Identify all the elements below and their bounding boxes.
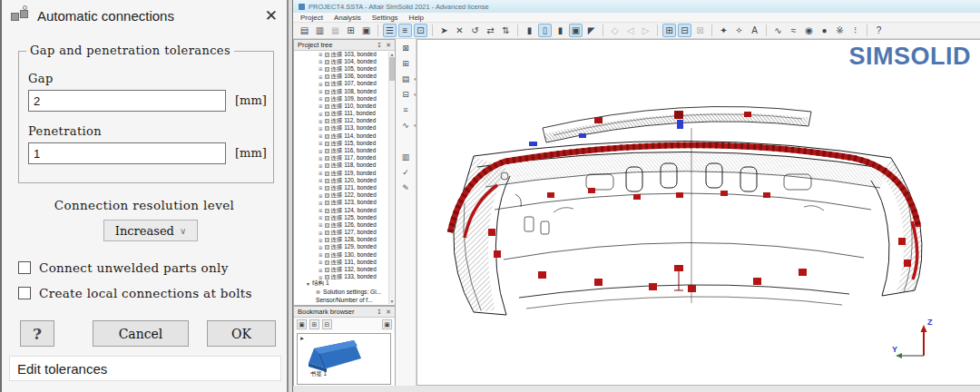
part-filter-icon[interactable]: ▮ xyxy=(523,24,536,37)
copy-icon[interactable]: ▦ xyxy=(328,24,342,37)
expander-icon[interactable]: ⊞ xyxy=(318,178,323,183)
help-icon[interactable]: ? xyxy=(872,24,886,37)
expander-icon[interactable]: ⊞ xyxy=(318,141,323,146)
back-icon[interactable]: ◁ xyxy=(623,24,637,37)
local-connections-checkbox[interactable] xyxy=(18,287,31,299)
expander-icon[interactable]: ⊞ xyxy=(318,163,323,169)
expander-icon[interactable]: ⊞ xyxy=(318,74,323,80)
undo-icon[interactable]: ◇ xyxy=(608,24,622,37)
table-icon[interactable]: ⊟ xyxy=(678,24,691,37)
clip-plane-icon[interactable]: ≡ xyxy=(399,103,413,115)
solution-settings-node[interactable]: ⊛ Solution settings: Gl... xyxy=(294,288,388,296)
zoom-window-icon[interactable]: ⊞ xyxy=(399,57,413,69)
cancel-button[interactable]: Cancel xyxy=(93,320,189,347)
pin-icon[interactable]: ↧ xyxy=(377,42,382,49)
model-viewport[interactable]: SIMSOLID xyxy=(416,39,980,386)
expander-icon[interactable]: ⊞ xyxy=(318,215,323,220)
expander-icon[interactable]: ⊞ xyxy=(318,185,323,191)
copy-bookmark-icon[interactable]: ▣ xyxy=(297,319,307,329)
expander-icon[interactable]: ⊞ xyxy=(318,245,323,250)
measure-icon[interactable]: ⇅ xyxy=(499,24,513,37)
expander-icon[interactable]: ⊞ xyxy=(318,119,323,124)
expander-icon[interactable]: ⊞ xyxy=(318,59,323,64)
close-grid-icon[interactable]: ⊠ xyxy=(693,24,707,37)
expander-icon[interactable]: ⊞ xyxy=(318,89,323,94)
scrollbar-thumb[interactable] xyxy=(389,57,395,81)
annotation-icon[interactable]: A xyxy=(748,24,761,37)
menu-settings[interactable]: Settings xyxy=(372,14,398,22)
virtual-connector-icon[interactable]: ※ xyxy=(833,24,847,37)
local-connections-checkbox-row[interactable]: Create local connections at bolts xyxy=(18,286,252,300)
connect-icon[interactable]: ✦ xyxy=(717,24,730,37)
laser-weld-icon[interactable]: ≈ xyxy=(787,24,800,37)
expander-icon[interactable]: ⊞ xyxy=(318,52,323,57)
display-icon[interactable]: ⊡ xyxy=(414,24,427,37)
penetration-input[interactable] xyxy=(28,142,226,164)
bookmark-capture-icon[interactable]: ▥ xyxy=(399,151,413,162)
expander-icon[interactable]: ⊞ xyxy=(318,252,323,258)
add-bookmark-icon[interactable]: ⊞ xyxy=(309,319,319,329)
connect-unwelded-checkbox[interactable] xyxy=(18,261,31,274)
capture-view-icon[interactable]: ▣ xyxy=(382,319,392,329)
menu-analysis[interactable]: Analysis xyxy=(334,14,361,22)
remove-bookmark-icon[interactable]: ⊟ xyxy=(322,319,332,329)
scroll-down-icon[interactable]: ▼ xyxy=(389,299,395,304)
ok-button[interactable]: OK xyxy=(207,320,276,347)
close-icon[interactable]: ✕ xyxy=(386,42,391,49)
hollow-filter-icon[interactable]: ▯ xyxy=(538,24,552,37)
expander-icon[interactable]: ⊞ xyxy=(318,126,323,132)
render-mode-icon[interactable]: ⊟▾ xyxy=(399,88,413,100)
expander-icon[interactable]: ⊞ xyxy=(318,208,323,213)
print-icon[interactable]: ▤ xyxy=(298,24,311,37)
pick-icon[interactable]: ➤ xyxy=(437,24,451,37)
section-icon[interactable]: ◤ xyxy=(584,24,598,37)
standard-views-icon[interactable]: ▤▾ xyxy=(399,73,413,84)
menu-help[interactable]: Help xyxy=(409,14,424,22)
bolt-icon[interactable]: ◉ xyxy=(802,24,816,37)
expander-icon[interactable]: ⊞ xyxy=(318,156,323,162)
nut-icon[interactable]: ● xyxy=(818,24,831,37)
folder-icon[interactable]: ⊞ xyxy=(344,24,358,37)
expander-icon[interactable]: ⊞ xyxy=(318,103,323,109)
expander-icon[interactable]: ⊞ xyxy=(318,112,323,117)
expander-icon[interactable]: ⊞ xyxy=(318,96,323,102)
gap-input[interactable] xyxy=(28,90,226,112)
list-view-icon[interactable]: ☰ xyxy=(383,24,397,37)
bookmark-thumbnail[interactable]: ➤ 书签 1 xyxy=(297,333,391,385)
expander-icon[interactable]: ⊞ xyxy=(318,149,323,154)
expander-icon[interactable]: ⊞ xyxy=(318,82,323,87)
pan-icon[interactable]: ⇄ xyxy=(484,24,497,37)
spot-weld-icon[interactable]: ✧ xyxy=(732,24,746,37)
expander-icon[interactable]: ⊞ xyxy=(318,238,323,243)
expander-icon[interactable]: ⊞ xyxy=(318,133,323,139)
delete-icon[interactable]: ✕ xyxy=(453,24,466,37)
accept-icon[interactable]: ✓ xyxy=(399,166,413,178)
expander-icon[interactable]: ⊞ xyxy=(318,260,323,265)
analysis-node[interactable]: ▾ 结构 1 xyxy=(294,279,388,288)
tree-scrollbar[interactable]: ▲ ▼ xyxy=(388,52,394,304)
forward-icon[interactable]: ▷ xyxy=(639,24,652,37)
seam-weld-icon[interactable]: ∿ xyxy=(771,24,785,37)
expander-icon[interactable]: ⊞ xyxy=(318,222,323,228)
menu-project[interactable]: Project xyxy=(300,14,323,22)
sensor-node[interactable]: Sensor/Number of f... xyxy=(294,296,388,304)
more-icon[interactable]: ⁝ xyxy=(848,24,862,37)
rotate-icon[interactable]: ↺ xyxy=(468,24,482,37)
close-icon[interactable]: ✕ xyxy=(386,309,391,316)
fit-view-icon[interactable]: ⊠ xyxy=(399,42,413,54)
save-icon[interactable]: ▣ xyxy=(359,24,373,37)
resolution-dropdown[interactable]: Increased ∨ xyxy=(103,220,198,241)
expander-icon[interactable]: ⊞ xyxy=(318,230,323,236)
edit-icon[interactable]: ✎ xyxy=(399,181,413,193)
connect-unwelded-checkbox-row[interactable]: Connect unwelded parts only xyxy=(18,260,229,275)
bounds-icon[interactable]: ▣ xyxy=(569,24,583,37)
row-view-icon[interactable]: ≡ xyxy=(398,24,412,37)
expander-icon[interactable]: ⊞ xyxy=(318,268,323,273)
help-button[interactable]: ? xyxy=(20,320,54,347)
solid-filter-icon[interactable]: ▮ xyxy=(554,24,567,37)
expander-icon[interactable]: ⊞ xyxy=(318,201,323,206)
expander-icon[interactable]: ⊞ xyxy=(318,171,323,176)
pin-icon[interactable]: ↧ xyxy=(377,309,382,316)
open-icon[interactable]: ▥ xyxy=(313,24,327,37)
expander-icon[interactable]: ⊞ xyxy=(318,193,323,199)
